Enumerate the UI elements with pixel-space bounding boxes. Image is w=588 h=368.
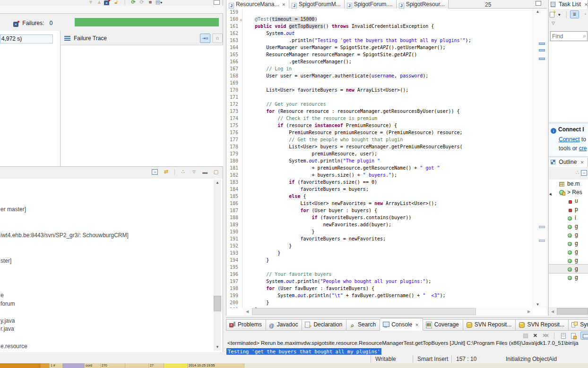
- terminate-icon[interactable]: [523, 334, 528, 338]
- outline-item[interactable]: i: [549, 214, 588, 222]
- outline-item[interactable]: p: [549, 205, 588, 214]
- close-tab-icon[interactable]: ✕: [415, 323, 419, 327]
- code-line-171[interactable]: [243, 94, 533, 101]
- taskbar-cell[interactable]: [244, 363, 588, 368]
- explorer-item[interactable]: iwt4.ehb.be:8443/svn/SP2_gr3/: Schouwbur…: [0, 232, 129, 239]
- occurrence-marker[interactable]: [539, 58, 545, 60]
- code-line-186[interactable]: List<User> newFavorites = new ArrayList<…: [243, 200, 533, 207]
- code-line-196[interactable]: // Your favorite buyers: [243, 271, 533, 278]
- scroll-lock-icon[interactable]: [571, 333, 576, 339]
- code-line-200[interactable]: }: [243, 299, 533, 306]
- code-line-160[interactable]: @Test(timeout = 15000): [243, 16, 533, 23]
- taskbar-cell[interactable]: [125, 363, 149, 368]
- minimize-view-icon[interactable]: ▬: [200, 169, 210, 175]
- outline-item[interactable]: g: [549, 248, 588, 256]
- rerun-test-icon[interactable]: ⟳: [129, 0, 138, 5]
- previous-failed-test-icon[interactable]: ▲: [95, 0, 104, 5]
- taskbar-cell[interactable]: 27: [149, 363, 164, 368]
- code-line-176[interactable]: PremiumResource premiumResource = (Premi…: [243, 129, 533, 136]
- scroll-right-icon[interactable]: ▶: [525, 308, 533, 315]
- taskbar-cell[interactable]: 1 #: [50, 363, 63, 368]
- collapse-all-icon[interactable]: −: [150, 169, 160, 175]
- outline-item[interactable]: g: [549, 265, 588, 273]
- scheduled-view-icon[interactable]: ◔: [580, 10, 588, 18]
- failure-trace-content[interactable]: [61, 45, 223, 166]
- test-run-history-icon[interactable]: ▤▾: [155, 0, 163, 5]
- code-line-188[interactable]: if (favoriteBuyers.contains(buyer)): [243, 214, 533, 221]
- scroll-up-icon[interactable]: ▲: [214, 180, 221, 186]
- connect-link[interactable]: Connect: [559, 136, 580, 143]
- outline-item[interactable]: g: [549, 256, 588, 265]
- tab-svn-reposit-[interactable]: SVN Reposit...: [463, 319, 516, 331]
- view-dropdown-icon[interactable]: ▽: [189, 170, 199, 174]
- taskbar-cell[interactable]: [63, 363, 85, 368]
- occurrence-marker[interactable]: [539, 240, 545, 242]
- code-line-180[interactable]: System.out.println("The plugin ": [243, 157, 533, 164]
- code-line-190[interactable]: }: [243, 228, 533, 235]
- explorer-item[interactable]: forum: [0, 300, 15, 307]
- task-search-box[interactable]: ⌕: [550, 31, 588, 41]
- tab-declaration[interactable]: Declaration: [302, 319, 346, 331]
- junit-test-tree[interactable]: 4,972 s): [0, 31, 61, 166]
- scrollbar-thumb[interactable]: [557, 308, 588, 315]
- outline-item[interactable]: g: [549, 222, 588, 231]
- code-line-184[interactable]: favoriteBuyers = buyers;: [243, 186, 533, 193]
- code-line-177[interactable]: // Get the people who bought that plugin: [243, 136, 533, 143]
- tab-javadoc[interactable]: @Javadoc: [266, 319, 303, 331]
- code-line-199[interactable]: System.out.println("\t" + favBuyer.getUs…: [243, 292, 533, 299]
- pin-console-icon[interactable]: [580, 332, 588, 340]
- code-line-183[interactable]: if (favoriteBuyers.size() == 0): [243, 179, 533, 186]
- editor-maximize-icon[interactable]: [536, 1, 541, 6]
- code-line-191[interactable]: favoriteBuyers = newFavorites;: [243, 235, 533, 242]
- scrollbar-thumb[interactable]: [252, 308, 476, 315]
- editor-console-sash[interactable]: [226, 316, 588, 317]
- code-line-197[interactable]: System.out.println("People who bought al…: [243, 278, 533, 285]
- explorer-item[interactable]: er master]: [0, 206, 26, 213]
- show-failures-only-icon[interactable]: ✕: [104, 0, 112, 5]
- taskbar-cell[interactable]: [0, 363, 40, 368]
- code-line-162[interactable]: System.out: [243, 30, 533, 37]
- scrollbar-thumb[interactable]: [214, 296, 221, 311]
- outline-horizontal-scrollbar[interactable]: ◀: [549, 308, 588, 315]
- code-line-172[interactable]: // Get your resources: [243, 101, 533, 108]
- show-skipped-tests-icon[interactable]: 🔓︎: [112, 0, 121, 5]
- code-line-166[interactable]: .getResourceManager();: [243, 58, 533, 65]
- console-output-selected-line[interactable]: Testing 'get the buyers that bought all …: [226, 348, 381, 355]
- editor-horizontal-scrollbar[interactable]: ◀ ▶: [243, 308, 533, 316]
- outline-item[interactable]: ▶> Res: [549, 188, 588, 197]
- show-trace-in-console-button[interactable]: ⇥≡: [200, 34, 210, 43]
- rerun-failed-first-icon[interactable]: ⟳: [138, 0, 146, 5]
- code-line-174[interactable]: // Check if the resource is premium: [243, 115, 533, 122]
- stop-test-run-icon[interactable]: ■: [146, 0, 155, 5]
- outline-item[interactable]: be.m: [549, 180, 588, 188]
- link-with-editor-icon[interactable]: ⇄: [161, 169, 171, 175]
- close-view-icon[interactable]: ✕: [580, 160, 584, 165]
- code-line-167[interactable]: // Log in: [243, 65, 533, 72]
- sort-icon[interactable]: ∴: [576, 169, 579, 176]
- taskbar-cell[interactable]: 270: [101, 363, 125, 368]
- code-area[interactable]: @Test(timeout = 15000)public void getTop…: [243, 9, 533, 308]
- tab-console[interactable]: Console✕: [380, 318, 423, 331]
- code-line-175[interactable]: if (resource instanceof PremiumResource)…: [243, 122, 533, 129]
- code-line-165[interactable]: ResourceManager resourceManager = Spigot…: [243, 51, 533, 58]
- code-line-179[interactable]: premiumResource, user);: [243, 150, 533, 157]
- outline-item[interactable]: u: [549, 197, 588, 205]
- code-line-194[interactable]: }: [243, 257, 533, 264]
- view-maximize-icon[interactable]: [214, 0, 220, 5]
- tab-search[interactable]: ⌕Search: [346, 319, 380, 331]
- code-line-163[interactable]: .println("Testing 'get the buyers that b…: [243, 37, 533, 44]
- code-line-164[interactable]: UserManager userManager = SpigotSite.get…: [243, 44, 533, 51]
- explorer-item[interactable]: r.java: [0, 325, 14, 332]
- code-line-178[interactable]: List<User> buyers = resourceManager.getP…: [243, 143, 533, 150]
- scroll-left-icon[interactable]: ◀: [549, 308, 556, 315]
- scroll-down-icon[interactable]: ▼: [534, 301, 542, 308]
- tab-coverage[interactable]: Coverage: [423, 319, 463, 331]
- hidden-editors-count[interactable]: 25: [485, 1, 491, 8]
- tab-synchroniz[interactable]: Synchroniz: [569, 319, 588, 331]
- compare-results-button[interactable]: ⧉: [212, 34, 223, 43]
- next-failed-test-icon[interactable]: ▼: [86, 0, 95, 5]
- categorized-view-icon[interactable]: ≣: [570, 10, 579, 18]
- editor-tab[interactable]: JSpigotForum....: [345, 0, 397, 9]
- occurrence-marker[interactable]: [539, 226, 545, 228]
- code-line-161[interactable]: public void getTopBuyers() throws Invali…: [243, 23, 533, 30]
